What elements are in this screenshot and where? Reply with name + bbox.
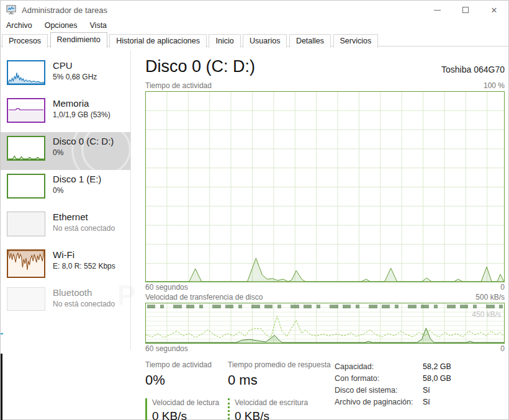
memory-mini-chart (7, 98, 45, 123)
sidebar-ethernet-title: Ethernet (53, 212, 115, 223)
disk0-mini-chart (7, 136, 45, 161)
response-time-value: 0 ms (228, 372, 335, 388)
transfer-axis-right: 0 (500, 344, 505, 353)
tab-procesos[interactable]: Procesos (2, 34, 48, 48)
sidebar-wifi-subtitle: E: 8,0 R: 552 Kbps (53, 262, 115, 270)
screenshot-edge-dash (1, 333, 3, 334)
transfer-chart: 450 kB/s (145, 303, 505, 344)
minimize-icon (434, 10, 441, 11)
sidebar-disco0-subtitle: 0% (53, 148, 114, 157)
sidebar-item-ethernet[interactable]: Ethernet No está conectado (1, 208, 130, 246)
detail-row-capacidad: Capacidad: 58,2 GB (335, 361, 505, 373)
sidebar-cpu-title: CPU (53, 60, 97, 72)
tab-detalles[interactable]: Detalles (289, 34, 331, 48)
activity-axis-left: 60 segundos (145, 283, 188, 292)
sidebar-cpu-subtitle: 5% 0,68 GHz (53, 73, 97, 81)
transfer-chart-label: Velocidad de transferencia de disco (145, 293, 263, 302)
disk1-mini-chart (7, 174, 45, 199)
sidebar-wifi-title: Wi-Fi (53, 249, 115, 261)
write-speed-label: Velocidad de escritura (235, 398, 335, 407)
response-time-label: Tiempo promedio de respuesta (228, 360, 335, 369)
active-time-label: Tiempo de actividad (145, 360, 228, 369)
sidebar-disco0-title: Disco 0 (C: D:) (53, 136, 114, 148)
transfer-chart-max: 500 kB/s (475, 293, 505, 302)
close-icon: ✕ (491, 6, 498, 14)
sidebar-item-wifi[interactable]: Wi-Fi E: 8,0 R: 552 Kbps (1, 246, 130, 284)
disk-details: Capacidad: 58,2 GB Con formato: 58,0 GB … (335, 360, 505, 420)
activity-chart-max: 100 % (484, 81, 505, 90)
bluetooth-mini-chart (7, 287, 45, 311)
tab-servicios[interactable]: Servicios (333, 34, 379, 48)
activity-chart (145, 91, 505, 282)
menu-bar: Archivo Opciones Vista (1, 19, 508, 32)
maximize-icon (462, 7, 469, 13)
menu-archivo[interactable]: Archivo (1, 20, 38, 31)
app-icon (6, 5, 17, 15)
device-name: Toshiba 064G70 (441, 65, 505, 76)
page-title: Disco 0 (C: D:) (145, 57, 255, 76)
sidebar-memoria-subtitle: 1,0/1,9 GB (53%) (53, 110, 110, 119)
sidebar-item-disco0[interactable]: Disco 0 (C: D:) 0% (1, 132, 130, 170)
tab-rendimiento[interactable]: Rendimiento (50, 32, 107, 48)
tab-historial-de-aplicaciones[interactable]: Historial de aplicaciones (109, 34, 207, 48)
menu-vista[interactable]: Vista (84, 20, 114, 31)
sidebar-item-bluetooth[interactable]: Bluetooth No está conectado (1, 284, 130, 321)
screenshot-edge-artifact (1, 354, 2, 420)
activity-axis-right: 0 (500, 283, 505, 292)
transfer-axis-left: 60 segundos (145, 344, 188, 353)
title-bar: Administrador de tareas ✕ (1, 1, 508, 19)
wifi-mini-chart (7, 249, 45, 278)
maximize-button[interactable] (451, 1, 480, 19)
sidebar-ethernet-subtitle: No está conectado (53, 224, 115, 233)
detail-row-archivo-de-paginacion: Archivo de paginación: Sí (335, 396, 505, 408)
tab-inicio[interactable]: Inicio (209, 34, 240, 48)
disk-detail-panel: Disco 0 (C: D:) Toshiba 064G70 Tiempo de… (145, 47, 505, 420)
minimize-button[interactable] (423, 1, 451, 19)
disk-stats: Tiempo de actividad 0% Velocidad de lect… (145, 360, 505, 420)
sidebar-memoria-title: Memoria (53, 98, 110, 110)
sidebar-bluetooth-subtitle: No está conectado (53, 300, 115, 308)
sidebar-item-memoria[interactable]: Memoria 1,0/1,9 GB (53%) (1, 94, 130, 132)
write-speed-value: 0 KB/s (235, 409, 335, 420)
sidebar-item-cpu[interactable]: CPU 5% 0,68 GHz (1, 56, 130, 94)
activity-chart-label: Tiempo de actividad (145, 81, 212, 90)
active-time-value: 0% (145, 372, 228, 388)
tab-strip: Procesos Rendimiento Historial de aplica… (1, 32, 508, 47)
tab-usuarios[interactable]: Usuarios (243, 34, 287, 48)
sidebar-disco1-subtitle: 0% (53, 186, 101, 195)
read-speed-label: Velocidad de lectura (152, 398, 228, 407)
write-speed-block: Velocidad de escritura 0 KB/s (228, 398, 335, 420)
sidebar-item-disco1[interactable]: Disco 1 (E:) 0% (1, 170, 130, 208)
read-speed-block: Velocidad de lectura 0 KB/s (145, 398, 228, 420)
window-title: Administrador de tareas (22, 6, 107, 15)
close-button[interactable]: ✕ (480, 1, 508, 19)
cpu-mini-chart (7, 60, 45, 85)
performance-sidebar: CPU 5% 0,68 GHz Memoria 1,0/1,9 GB (53%) (1, 47, 130, 419)
menu-opciones[interactable]: Opciones (38, 20, 84, 31)
detail-row-disco-del-sistema: Disco del sistema: Sí (335, 385, 505, 396)
read-speed-value: 0 KB/s (152, 409, 228, 420)
ethernet-mini-chart (7, 212, 45, 236)
detail-row-con-formato: Con formato: 58,0 GB (335, 373, 505, 385)
sidebar-disco1-title: Disco 1 (E:) (53, 174, 101, 185)
sidebar-bluetooth-title: Bluetooth (53, 287, 115, 299)
watermark-letter: P (117, 280, 135, 311)
task-manager-window: Administrador de tareas ✕ Archivo Opcion… (0, 0, 509, 420)
